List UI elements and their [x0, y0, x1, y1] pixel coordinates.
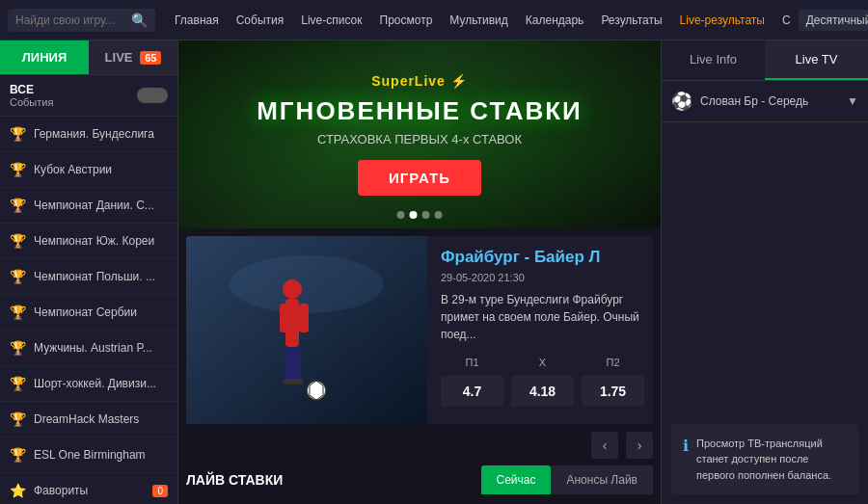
sidebar-item-label: Мужчины. Austrian P...	[34, 341, 168, 355]
trophy-icon: 🏆	[10, 162, 26, 177]
search-box[interactable]: 🔍	[8, 9, 155, 32]
svg-point-2	[283, 279, 302, 299]
trophy-icon: 🏆	[10, 126, 26, 142]
nav-live-results[interactable]: Live-результаты	[672, 10, 773, 31]
sidebar-item-bundesliga[interactable]: 🏆 Германия. Бундеслига	[0, 117, 177, 152]
nav-home[interactable]: Главная	[167, 10, 227, 31]
sidebar-item-label: Кубок Австрии	[34, 163, 168, 176]
svg-rect-6	[285, 347, 293, 381]
sidebar-item-short-hockey[interactable]: 🏆 Шорт-хоккей. Дивизи...	[0, 366, 177, 402]
main-layout: ЛИНИЯ LIVE 65 ВСЕ События 🏆 Германия. Бу…	[0, 40, 868, 504]
nav-calendar[interactable]: Календарь	[518, 10, 592, 31]
all-text: ВСЕ	[10, 83, 53, 96]
next-arrow-button[interactable]: ›	[626, 432, 653, 459]
svg-rect-4	[280, 304, 289, 332]
tab-announce-button[interactable]: Анонсы Лайв	[551, 465, 653, 494]
sidebar-item-label: Чемпионат Польши. ...	[34, 270, 168, 283]
trophy-icon: 🏆	[10, 198, 26, 213]
match-description: В 29-м туре Бундеслиги Фрайбург примет н…	[441, 291, 644, 343]
all-events-toggle[interactable]	[137, 88, 168, 103]
tab-liniya[interactable]: ЛИНИЯ	[0, 40, 89, 74]
sidebar-item-label: Шорт-хоккей. Дивизи...	[34, 377, 168, 390]
nav-events[interactable]: События	[229, 10, 292, 31]
player-illustration	[186, 236, 427, 424]
trophy-icon: 🏆	[10, 305, 26, 320]
decimal-label: Десятичный	[806, 13, 868, 27]
star-icon: ⭐	[10, 483, 26, 498]
play-button[interactable]: ИГРАТЬ	[358, 160, 481, 196]
trophy-icon: 🏆	[10, 376, 26, 391]
x-odds-button[interactable]: 4.18	[511, 376, 574, 407]
sidebar-item-austrian-p[interactable]: 🏆 Мужчины. Austrian P...	[0, 331, 177, 366]
match-selector-text: Слован Бр - Середь	[700, 94, 839, 108]
odds-labels: П1 Х П2	[441, 357, 644, 368]
match-date: 29-05-2020 21:30	[441, 272, 644, 283]
live-stavki-title: ЛАЙВ СТАВКИ	[186, 463, 481, 497]
tab-live-tv[interactable]: Live TV	[765, 40, 868, 80]
match-image	[186, 236, 427, 424]
p2-odds-button[interactable]: 1.75	[582, 376, 644, 407]
nav-results[interactable]: Результаты	[593, 10, 669, 31]
bottom-tabs: ЛАЙВ СТАВКИ Сейчас Анонсы Лайв	[186, 463, 653, 497]
search-input[interactable]	[15, 13, 131, 27]
banner-title: МГНОВЕННЫЕ СТАВКИ	[257, 96, 583, 126]
trophy-icon: 🏆	[10, 340, 26, 356]
sidebar-item-label: Чемпионат Дании. С...	[34, 199, 168, 212]
soccer-ball-icon: ⚽	[671, 91, 692, 112]
nav-c[interactable]: С	[774, 10, 799, 31]
sidebar-item-favorites[interactable]: ⭐ Фавориты 0	[0, 473, 177, 504]
sidebar-item-label: Фавориты	[34, 484, 145, 497]
odds-row: 4.7 4.18 1.75	[441, 376, 644, 407]
chevron-down-icon[interactable]: ▼	[847, 94, 858, 108]
center-content: SuperLive ⚡ МГНОВЕННЫЕ СТАВКИ СТРАХОВКА …	[178, 40, 661, 504]
nav-live-list[interactable]: Live-список	[293, 10, 369, 31]
prev-arrow-button[interactable]: ‹	[591, 432, 618, 459]
match-info: Фрайбург - Байер Л 29-05-2020 21:30 В 29…	[427, 236, 653, 424]
info-notice-text: Просмотр ТВ-трансляций станет доступен п…	[696, 436, 847, 484]
right-tabs: Live Info Live TV	[662, 40, 868, 81]
left-sidebar: ЛИНИЯ LIVE 65 ВСЕ События 🏆 Германия. Бу…	[0, 40, 178, 504]
nav-links: Главная События Live-список Просмотр Мул…	[167, 10, 799, 31]
x-label: Х	[511, 357, 574, 368]
sidebar-item-esl[interactable]: 🏆 ESL One Birmingham	[0, 438, 177, 473]
banner-subtitle: СТРАХОВКА ПЕРВЫХ 4-х СТАВОК	[257, 132, 583, 146]
trophy-icon: 🏆	[10, 447, 26, 463]
tab-now-button[interactable]: Сейчас	[481, 465, 552, 494]
dot	[435, 211, 443, 219]
sidebar-item-dreamhack[interactable]: 🏆 DreamHack Masters	[0, 402, 177, 438]
p1-odds-button[interactable]: 4.7	[441, 376, 503, 407]
tab-live[interactable]: LIVE 65	[89, 40, 177, 74]
banner-content: SuperLive ⚡ МГНОВЕННЫЕ СТАВКИ СТРАХОВКА …	[257, 73, 583, 196]
sidebar-item-south-korea[interactable]: 🏆 Чемпионат Юж. Кореи	[0, 224, 177, 259]
match-card: Фрайбург - Байер Л 29-05-2020 21:30 В 29…	[186, 236, 653, 424]
tab-live-info[interactable]: Live Info	[662, 40, 765, 80]
sidebar-item-poland[interactable]: 🏆 Чемпионат Польши. ...	[0, 259, 177, 295]
promo-banner: SuperLive ⚡ МГНОВЕННЫЕ СТАВКИ СТРАХОВКА …	[178, 40, 661, 228]
events-text: События	[10, 96, 53, 108]
dot	[422, 211, 430, 219]
decimal-select[interactable]: Десятичный ▼	[799, 10, 868, 31]
match-selector[interactable]: ⚽ Слован Бр - Середь ▼	[662, 81, 868, 122]
svg-rect-5	[299, 304, 309, 332]
match-title: Фрайбург - Байер Л	[441, 248, 644, 267]
nav-preview[interactable]: Просмотр	[372, 10, 441, 31]
banner-dots	[397, 211, 443, 219]
sidebar-item-label: Чемпионат Юж. Кореи	[34, 234, 168, 248]
svg-rect-9	[291, 379, 303, 385]
p1-label: П1	[441, 357, 503, 368]
sidebar-item-label: Чемпионат Сербии	[34, 305, 168, 319]
sidebar-tabs: ЛИНИЯ LIVE 65	[0, 40, 177, 75]
nav-multivid[interactable]: Мультивид	[442, 10, 515, 31]
live-count-badge: 65	[140, 51, 161, 65]
trophy-icon: 🏆	[10, 269, 26, 284]
info-icon: ℹ	[683, 437, 689, 455]
sidebar-item-label: ESL One Birmingham	[34, 448, 168, 462]
sidebar-item-denmark[interactable]: 🏆 Чемпионат Дании. С...	[0, 188, 177, 224]
search-icon[interactable]: 🔍	[131, 13, 148, 28]
sidebar-item-serbia[interactable]: 🏆 Чемпионат Сербии	[0, 295, 177, 331]
sidebar-item-label: Германия. Бундеслига	[34, 127, 168, 141]
sidebar-item-austria-cup[interactable]: 🏆 Кубок Австрии	[0, 152, 177, 188]
svg-rect-7	[293, 347, 301, 381]
nav-right: Десятичный ▼ ⊞	[799, 8, 868, 33]
super-live-logo: SuperLive ⚡	[257, 73, 583, 89]
